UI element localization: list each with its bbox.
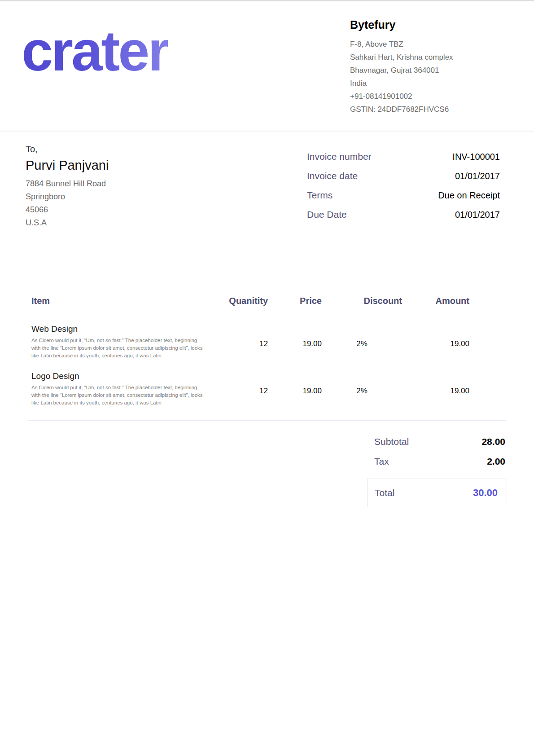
invoice-number-row: Invoice number INV-100001 [307,151,500,162]
crater-logo: crater [22,23,168,79]
table-row: Logo Design As Cicero would put it, “Um,… [28,371,506,407]
item-quantity: 12 [204,324,268,360]
company-address-line: Sahkari Hart, Krishna complex [350,51,476,64]
company-block: Bytefury F-8, Above TBZ Sahkari Hart, Kr… [350,1,476,116]
item-description: As Cicero would put it, “Um, not so fast… [31,337,204,360]
invoice-page: crater Bytefury F-8, Above TBZ Sahkari H… [0,0,534,756]
item-price: 19.00 [268,371,322,407]
invoice-date-value: 01/01/2017 [455,171,500,181]
company-address-line: F-8, Above TBZ [350,38,476,51]
due-date-label: Due Date [307,209,347,220]
invoice-date-label: Invoice date [307,171,358,181]
tax-value: 2.00 [487,456,505,467]
company-address-line: India [350,77,476,90]
total-label: Total [375,488,394,498]
item-name: Web Design [31,324,204,334]
customer-address-line: 7884 Bunnel Hill Road [26,177,214,190]
customer-name: Purvi Panjvani [26,158,214,173]
subtotal-value: 28.00 [481,436,505,447]
item-discount: 2% [322,371,402,407]
invoice-date-row: Invoice date 01/01/2017 [307,171,500,181]
item-name: Logo Design [31,371,204,381]
column-header-price: Price [268,296,322,306]
column-header-discount: Discount [322,296,402,306]
item-amount: 19.00 [402,371,469,407]
terms-value: Due on Receipt [438,190,500,201]
invoice-meta-block: Invoice number INV-100001 Invoice date 0… [307,144,500,229]
item-quantity: 12 [204,371,268,407]
company-phone: +91-08141901002 [350,90,476,103]
totals-divider [28,420,506,421]
subtotal-label: Subtotal [374,436,409,447]
invoice-number-value: INV-100001 [452,152,500,162]
subtotal-row: Subtotal 28.00 [367,436,507,447]
terms-label: Terms [307,190,333,201]
items-table-header: Item Quanitity Price Discount Amount [28,296,506,312]
table-row: Web Design As Cicero would put it, “Um, … [28,324,506,360]
customer-address-line: Springboro [26,190,214,203]
tax-row: Tax 2.00 [367,456,507,467]
item-cell: Web Design As Cicero would put it, “Um, … [31,324,204,360]
bill-to-block: To, Purvi Panjvani 7884 Bunnel Hill Road… [26,144,214,229]
bill-to-label: To, [26,144,214,154]
totals-section: Subtotal 28.00 Tax 2.00 Total 30.00 [367,436,507,507]
company-address-line: Bhavnagar, Gujrat 364001 [350,64,476,77]
invoice-header: crater Bytefury F-8, Above TBZ Sahkari H… [0,1,534,132]
column-header-quantity: Quanitity [204,296,268,306]
item-description: As Cicero would put it, “Um, not so fast… [31,384,204,407]
items-table: Item Quanitity Price Discount Amount Web… [28,296,506,407]
customer-address-line: U.S.A [26,216,214,229]
column-header-amount: Amount [402,296,469,306]
item-price: 19.00 [268,324,322,360]
due-date-value: 01/01/2017 [455,210,500,220]
column-header-item: Item [31,296,204,306]
item-discount: 2% [322,324,402,360]
item-cell: Logo Design As Cicero would put it, “Um,… [31,371,204,407]
invoice-number-label: Invoice number [307,151,372,162]
company-gstin: GSTIN: 24DDF7682FHVCS6 [350,103,476,116]
grand-total-box: Total 30.00 [367,479,507,507]
due-date-row: Due Date 01/01/2017 [307,209,500,220]
company-name: Bytefury [350,18,476,31]
invoice-info-section: To, Purvi Panjvani 7884 Bunnel Hill Road… [0,144,534,229]
total-value: 30.00 [473,487,498,499]
customer-address-line: 45066 [26,203,214,216]
terms-row: Terms Due on Receipt [307,190,500,201]
item-amount: 19.00 [402,324,469,360]
tax-label: Tax [374,456,389,467]
